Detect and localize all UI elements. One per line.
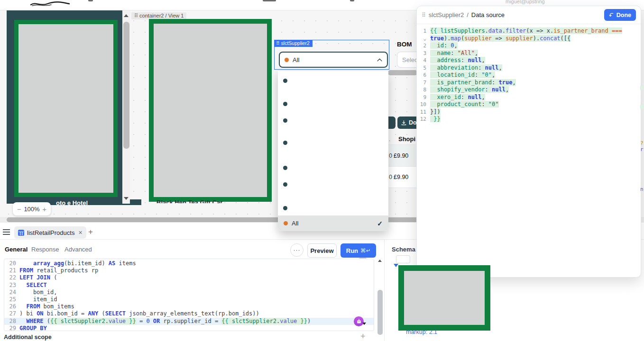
- clipped-toolbar-fragment: [263, 0, 276, 1]
- redacted-image-placeholder: [398, 265, 490, 331]
- code-line: 20 array_agg(bi.item_id) AS items: [4, 260, 374, 267]
- breadcrumb-page: Data source: [471, 11, 505, 18]
- table-row[interactable]: 0 £9.90: [385, 166, 417, 188]
- code-line: 22LEFT JOIN (: [4, 274, 374, 281]
- option-color-dot: [284, 221, 288, 225]
- clipped-product-text: Black Hen Tea Gift Car: [156, 199, 289, 203]
- js-code-editor[interactable]: 1{{ listSuppliers.data.filter(x => x.is_…: [417, 24, 641, 123]
- clipped-code-fragment: r: [640, 146, 644, 153]
- list-item-bullet: [283, 206, 287, 210]
- list-item-bullet: [283, 141, 287, 145]
- query-tab-label: listRetailProducts: [27, 229, 74, 236]
- run-label: Run: [346, 247, 358, 254]
- tab-general[interactable]: General: [5, 246, 28, 253]
- dropdown-option-all[interactable]: All ✓: [278, 215, 388, 231]
- code-line: 3 name: "All",: [417, 50, 641, 57]
- redacted-image-placeholder: [14, 20, 118, 197]
- check-icon: ✓: [377, 220, 383, 227]
- table-row[interactable]: 0 £9.90: [385, 144, 417, 166]
- bom-label: BOM: [397, 41, 412, 48]
- clipped-code-fragment: n: [640, 186, 644, 192]
- code-line: 9 xero_id: null,: [417, 94, 641, 101]
- breadcrumb-component[interactable]: slctSupplier2: [429, 11, 464, 18]
- collapse-icon: [609, 12, 614, 18]
- code-line: 27) bi ON bi.bom_id = ANY (SELECT jsonb_…: [4, 310, 374, 317]
- clipped-code-fragment: [640, 105, 644, 109]
- add-query-button[interactable]: +: [88, 227, 93, 237]
- code-line: 7 is_partner_brand: true,: [417, 79, 641, 87]
- clipped-code-fragment: ?: [640, 140, 644, 146]
- cell-price: £9.90: [394, 174, 408, 180]
- more-options-button[interactable]: ···: [290, 243, 304, 257]
- divider: [384, 239, 385, 341]
- code-line: 28 WHERE ({{ slctSupplier2.value }} = 0 …: [4, 318, 374, 325]
- code-line: 26 FROM bom_items: [4, 303, 374, 310]
- code-line: 1{{ listSuppliers.data.filter(x => x.is_…: [417, 27, 641, 35]
- clipped-toolbar-fragment: [350, 0, 354, 1]
- select-value: All: [293, 56, 373, 63]
- panel-header: ⠿ slctSupplier2 / Data source Done: [417, 6, 641, 24]
- clipped-toolbar-fragment: [88, 0, 93, 1]
- tab-response[interactable]: Response: [31, 246, 59, 253]
- run-button[interactable]: Run ⌘↵: [340, 243, 376, 258]
- code-line: 4 address: null,: [417, 57, 641, 64]
- close-tab-icon[interactable]: ×: [78, 229, 82, 236]
- scroll-down-icon[interactable]: [124, 197, 129, 200]
- container-selection-tag[interactable]: ⠿ container2 / View 1: [131, 12, 186, 19]
- done-label: Done: [616, 12, 631, 18]
- clipped-column-header: .: [389, 136, 390, 142]
- supplier-dropdown-list[interactable]: All ✓: [278, 71, 388, 231]
- list-item-bullet: [283, 79, 287, 83]
- code-line: 29 ⌄GROUP BY: [4, 325, 374, 331]
- done-button[interactable]: Done: [604, 9, 636, 21]
- code-line: ⌄true).map(supplier => supplier).concat(…: [417, 35, 641, 43]
- option-label: All: [292, 220, 373, 227]
- code-line: 2 id: 0,: [417, 42, 641, 50]
- drag-handle-icon[interactable]: ⠿: [422, 12, 426, 18]
- code-line: 24 bom_id,: [4, 289, 374, 296]
- query-menu-icon[interactable]: [3, 229, 10, 235]
- code-line: 11}]): [417, 108, 641, 116]
- run-shortcut: ⌘↵: [360, 247, 370, 254]
- code-line: 23 SELECT: [4, 282, 374, 289]
- editor-scroll-up-icon[interactable]: [378, 260, 382, 262]
- scroll-up-icon[interactable]: [124, 14, 129, 17]
- code-line: 25 item_id: [4, 296, 374, 303]
- table-horizontal-scrollbar-fragment[interactable]: [388, 70, 417, 75]
- schema-fragment-box: [396, 255, 410, 263]
- table-icon: [18, 230, 24, 236]
- zoom-in-button[interactable]: +: [42, 205, 46, 213]
- code-line: 5 abbreviation: null,: [417, 64, 641, 72]
- breadcrumb-separator: /: [467, 11, 469, 18]
- code-line: 21FROM retail_products rp: [4, 267, 374, 274]
- component-tag-slctSupplier2[interactable]: ⠿ slctSupplier2: [274, 40, 313, 47]
- preview-button[interactable]: Preview: [307, 243, 337, 258]
- app-window: miguel@upstring oto e Hotel ⠿ container2…: [0, 0, 644, 341]
- zoom-control[interactable]: − 100% +: [13, 202, 51, 215]
- query-tab[interactable]: listRetailProducts ×: [14, 226, 86, 239]
- list-item-bullet: [283, 182, 287, 187]
- editor-scrollbar-thumb[interactable]: [377, 290, 383, 335]
- canvas-scrollbar-thumb[interactable]: [123, 22, 129, 149]
- download-label: Do: [409, 119, 417, 126]
- zoom-level[interactable]: 100%: [24, 206, 39, 213]
- code-line: 6 location_id: "0",: [417, 72, 641, 79]
- redacted-image-placeholder: [149, 19, 272, 202]
- tree-expand-icon[interactable]: [394, 264, 398, 267]
- code-line: 10 product_count: "0": [417, 101, 641, 108]
- clipped-code-fragment: [640, 86, 644, 90]
- download-icon: [401, 120, 406, 126]
- supplier-select[interactable]: All: [279, 52, 388, 68]
- option-color-dot: [285, 58, 289, 62]
- schema-panel-title: Schema: [392, 246, 415, 253]
- code-line: 8 shopify_vendor: null,: [417, 86, 641, 94]
- list-item-bullet: [283, 102, 287, 106]
- sql-editor[interactable]: 20 array_agg(bi.item_id) AS items21FROM …: [4, 259, 374, 331]
- column-header-shopify: Shopi: [398, 135, 415, 143]
- add-scope-button[interactable]: +: [360, 332, 366, 341]
- tab-advanced[interactable]: Advanced: [64, 246, 92, 253]
- chevron-down-icon[interactable]: [362, 323, 366, 325]
- additional-scope-label: Additional scope: [4, 334, 52, 341]
- data-source-panel: ⠿ slctSupplier2 / Data source Done 1{{ l…: [416, 6, 641, 278]
- zoom-out-button[interactable]: −: [17, 205, 21, 213]
